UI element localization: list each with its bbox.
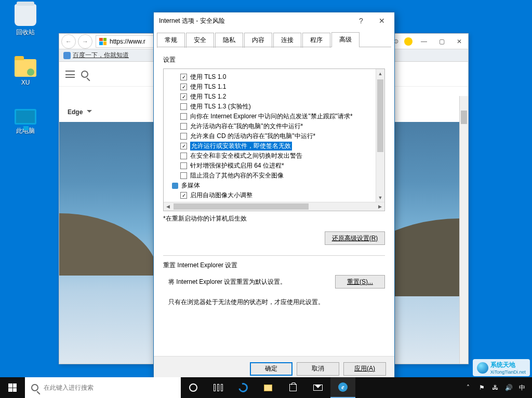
task-icons — [181, 377, 355, 398]
setting-label: 使用 TLS 1.3 (实验性) — [190, 102, 251, 111]
restore-advanced-button[interactable]: 还原高级设置(R) — [325, 231, 385, 245]
checkbox[interactable] — [180, 192, 187, 199]
checkbox[interactable] — [180, 103, 187, 110]
setting-item[interactable]: 使用 TLS 1.0 — [169, 72, 376, 82]
explorer-button[interactable] — [256, 377, 281, 398]
setting-label: 使用 TLS 1.0 — [190, 73, 226, 81]
task-view-button[interactable] — [206, 377, 231, 398]
store-icon — [289, 384, 297, 391]
setting-label: 启用自动图像大小调整 — [190, 191, 252, 200]
menu-icon[interactable] — [65, 71, 75, 78]
mail-button[interactable] — [305, 377, 330, 398]
apply-button[interactable]: 应用(A) — [343, 362, 386, 376]
setting-item[interactable]: 在安全和非安全模式之间切换时发出警告 — [169, 151, 376, 161]
tray-ime[interactable]: 中 — [515, 377, 529, 398]
checkbox[interactable] — [180, 153, 187, 159]
tree-hthumb[interactable] — [172, 202, 376, 211]
internet-options-dialog: Internet 选项 - 安全风险 ? ✕ 常规安全隐私内容连接程序高级 设置… — [153, 12, 395, 381]
checkbox[interactable] — [180, 172, 187, 179]
browser-scrollbar[interactable] — [459, 96, 468, 364]
taskbar-search[interactable]: 在此键入进行搜索 — [25, 377, 181, 398]
scroll-up-icon[interactable]: ▲ — [376, 69, 384, 78]
edge-button[interactable] — [231, 377, 256, 398]
feedback-icon[interactable] — [403, 36, 414, 47]
dialog-tabs: 常规安全隐私内容连接程序高级 — [154, 29, 394, 47]
scroll-left-icon[interactable]: ◀ — [164, 202, 172, 211]
scroll-right-icon[interactable]: ▶ — [376, 202, 384, 211]
tree-hscrollbar[interactable]: ◀ ▶ — [164, 202, 384, 211]
recycle-bin[interactable]: 回收站 — [6, 4, 45, 37]
search-icon[interactable] — [81, 71, 88, 78]
tray-network-icon[interactable]: 🖧 — [488, 377, 502, 398]
system-tray: ˄ ⚑ 🖧 🔊 中 — [461, 377, 532, 398]
tab-3[interactable]: 内容 — [244, 33, 272, 48]
tree-vthumb[interactable] — [377, 79, 383, 152]
forward-button[interactable]: → — [78, 34, 92, 49]
setting-label: 针对增强保护模式启用 64 位进程* — [190, 161, 284, 170]
checkbox[interactable] — [180, 143, 187, 149]
bookmark-baidu[interactable]: 百度一下，你就知道 — [63, 51, 129, 60]
cancel-button[interactable]: 取消 — [297, 362, 339, 376]
settings-label: 设置 — [163, 56, 385, 64]
reset-button[interactable]: 重置(S)... — [335, 275, 385, 289]
dialog-titlebar: Internet 选项 - 安全风险 ? ✕ — [154, 12, 394, 29]
baidu-icon — [63, 52, 71, 59]
user-folder[interactable]: XU — [6, 59, 45, 86]
checkbox[interactable] — [180, 84, 187, 90]
tab-0[interactable]: 常规 — [157, 33, 185, 48]
checkbox[interactable] — [180, 162, 187, 169]
recycle-bin-icon — [15, 4, 36, 26]
start-button[interactable] — [0, 377, 25, 398]
checkbox[interactable] — [180, 74, 187, 80]
checkbox[interactable] — [180, 113, 187, 120]
setting-item[interactable]: 允许来自 CD 的活动内容在"我的电脑"中运行* — [169, 131, 376, 141]
checkbox[interactable] — [180, 133, 187, 140]
setting-item[interactable]: 允许活动内容在"我的电脑"的文件中运行* — [169, 121, 376, 131]
back-button[interactable]: ← — [61, 34, 76, 49]
ms-logo-icon — [99, 38, 107, 45]
setting-item[interactable]: 使用 TLS 1.3 (实验性) — [169, 102, 376, 112]
setting-item[interactable]: 使用 TLS 1.1 — [169, 82, 376, 92]
tab-2[interactable]: 隐私 — [215, 33, 243, 48]
group-multimedia[interactable]: 多媒体 — [169, 181, 376, 190]
settings-tree-inner[interactable]: 使用 TLS 1.0使用 TLS 1.1使用 TLS 1.2使用 TLS 1.3… — [164, 69, 376, 202]
checkbox[interactable] — [180, 123, 187, 130]
checkbox[interactable] — [180, 93, 187, 100]
cortana-icon — [189, 383, 197, 392]
close-button[interactable]: ✕ — [450, 34, 468, 49]
tab-1[interactable]: 安全 — [186, 33, 214, 48]
cortana-button[interactable] — [181, 377, 206, 398]
tray-overflow[interactable]: ˄ — [461, 377, 475, 398]
multimedia-icon — [172, 183, 178, 189]
ie-button[interactable] — [330, 377, 355, 398]
maximize-button[interactable]: ▢ — [433, 34, 450, 49]
setting-item[interactable]: 允许运行或安装软件，即使签名无效 — [169, 141, 376, 151]
watermark-url: XiTongTianDi.net — [490, 369, 526, 375]
scroll-down-icon[interactable]: ▼ — [376, 193, 384, 202]
dialog-close-button[interactable]: ✕ — [371, 13, 392, 28]
setting-item[interactable]: 向你在 Internet Explorer 中访问的站点发送"禁止跟踪"请求* — [169, 112, 376, 121]
section-heading[interactable]: Edge — [68, 107, 92, 116]
settings-tree: 使用 TLS 1.0使用 TLS 1.1使用 TLS 1.2使用 TLS 1.3… — [163, 68, 385, 211]
this-pc[interactable]: 此电脑 — [6, 109, 45, 135]
setting-item[interactable]: 针对增强保护模式启用 64 位进程* — [169, 161, 376, 171]
ie-icon — [338, 382, 348, 392]
pc-icon — [15, 109, 36, 125]
tray-security-icon[interactable]: ⚑ — [475, 377, 488, 398]
help-button[interactable]: ? — [351, 13, 371, 28]
show-desktop[interactable] — [529, 377, 532, 398]
setting-item[interactable]: 阻止混合了其他内容的不安全图像 — [169, 171, 376, 181]
tab-4[interactable]: 连接 — [273, 33, 301, 48]
setting-label: 允许活动内容在"我的电脑"的文件中运行* — [190, 122, 303, 131]
setting-item[interactable]: 使用 TLS 1.2 — [169, 92, 376, 102]
scrollbar-thumb[interactable] — [461, 111, 467, 124]
globe-icon — [477, 362, 488, 374]
store-button[interactable] — [281, 377, 305, 398]
tab-5[interactable]: 程序 — [302, 33, 330, 48]
minimize-button[interactable]: — — [415, 34, 433, 49]
tree-vscrollbar[interactable]: ▲ ▼ — [376, 69, 384, 202]
ok-button[interactable]: 确定 — [250, 362, 292, 376]
setting-item[interactable]: 启用自动图像大小调整 — [169, 190, 376, 200]
tray-volume-icon[interactable]: 🔊 — [502, 377, 515, 398]
tab-6[interactable]: 高级 — [331, 32, 360, 47]
